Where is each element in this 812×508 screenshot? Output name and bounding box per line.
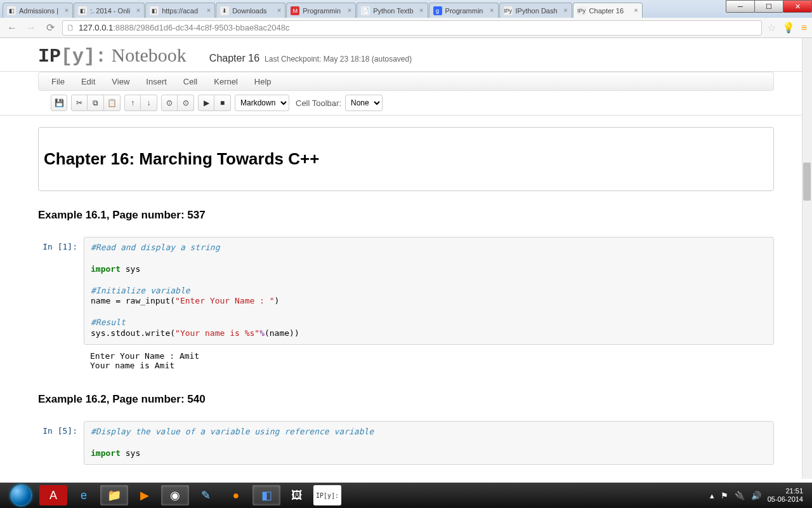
taskbar-adobe-icon[interactable]: A [39, 485, 67, 505]
taskbar-photos-icon[interactable]: 🖼 [283, 485, 311, 505]
close-icon[interactable]: × [277, 6, 281, 14]
input-prompt: In [5]: [38, 421, 84, 465]
code-cell-1[interactable]: In [1]: #Read and display a string impor… [38, 237, 774, 345]
menubar: File Edit View Insert Cell Kernel Help [38, 72, 774, 91]
taskbar-ipython-icon[interactable]: IP[y]: [313, 485, 341, 505]
taskbar-explorer-icon[interactable]: 📁 [100, 485, 128, 505]
toolbar: 💾 ✂ ⧉ 📋 ↑ ↓ ⊙ ⊙ ▶ ■ Markdown Cell Toolba… [0, 91, 812, 116]
scrollbar-thumb[interactable] [803, 163, 811, 201]
favicon-icon: ◧ [7, 6, 16, 15]
page-title: Chapter 16: Marching Towards C++ [44, 149, 768, 169]
browser-tab[interactable]: MProgrammin× [286, 3, 356, 18]
maximize-button[interactable]: ☐ [754, 0, 783, 13]
menu-kernel[interactable]: Kernel [214, 77, 238, 86]
code-cell-2[interactable]: In [5]: #Display the value of a variable… [38, 421, 774, 465]
browser-tab[interactable]: ◧:. 2014 - Onli× [74, 3, 145, 18]
ipython-logo[interactable]: IP[y]: Notebook [38, 44, 187, 67]
close-icon[interactable]: × [207, 6, 211, 14]
menu-view[interactable]: View [112, 77, 129, 86]
checkpoint-text: Last Checkpoint: May 23 18:18 (autosaved… [265, 55, 412, 64]
save-button[interactable]: 💾 [51, 95, 67, 111]
browser-tab[interactable]: ⬇Downloads× [216, 3, 285, 18]
url-input[interactable]: 🗋 127.0.0.1:8888/2986d1d6-dc34-4c8f-9503… [62, 20, 762, 36]
close-icon[interactable]: × [490, 6, 494, 14]
taskbar-app2-icon[interactable]: ◧ [252, 485, 280, 505]
tab-label: :. 2014 - Onli [90, 7, 130, 15]
browser-tab[interactable]: ◧https://acad× [145, 3, 215, 18]
cut-button[interactable]: ✂ [71, 95, 88, 111]
window-controls: ─ ☐ ✕ [726, 0, 812, 13]
tray-arrow-icon[interactable]: ▴ [710, 491, 714, 500]
forward-button[interactable]: → [24, 21, 38, 35]
close-icon[interactable]: × [348, 6, 351, 14]
celltype-select[interactable]: Markdown [235, 95, 289, 111]
menu-file[interactable]: File [51, 77, 65, 86]
bookmark-icon[interactable]: ☆ [767, 22, 776, 34]
close-icon[interactable]: × [634, 6, 638, 14]
paste-button[interactable]: 📋 [104, 95, 121, 111]
menu-edit[interactable]: Edit [81, 77, 95, 86]
close-icon[interactable]: × [136, 6, 140, 14]
taskbar-ie-icon[interactable]: e [70, 485, 98, 505]
tray-volume-icon[interactable]: 🔊 [751, 491, 761, 500]
ipy-icon: IPy [504, 6, 513, 15]
logo-bracket: [y]: [61, 46, 107, 67]
tray-clock[interactable]: 21:51 05-06-2014 [768, 487, 803, 504]
logo-notebook: Notebook [107, 44, 187, 65]
download-icon: ⬇ [220, 6, 229, 15]
menu-cell[interactable]: Cell [183, 77, 197, 86]
chrome-menu-icon[interactable]: ≡ [801, 22, 807, 34]
taskbar-media-icon[interactable]: ▶ [131, 485, 159, 505]
copy-button[interactable]: ⧉ [88, 95, 104, 111]
page-icon: 🗋 [67, 23, 75, 32]
page-icon: 📄 [361, 6, 370, 15]
tray-flag-icon[interactable]: ⚑ [721, 491, 728, 500]
taskbar-firefox-icon[interactable]: ● [222, 485, 250, 505]
windows-orb-icon [10, 485, 32, 506]
title-cell[interactable]: Chapter 16: Marching Towards C++ [38, 127, 774, 191]
bulb-icon[interactable]: 💡 [782, 22, 795, 34]
browser-tab[interactable]: ◧Admissions |× [3, 3, 73, 18]
address-bar: ← → ⟳ 🗋 127.0.0.1:8888/2986d1d6-dc34-4c8… [0, 18, 812, 38]
move-down-button[interactable]: ↓ [141, 95, 157, 111]
code-input[interactable]: #Read and display a string import sys #I… [84, 237, 774, 345]
stop-button[interactable]: ■ [214, 95, 231, 111]
minimize-button[interactable]: ─ [726, 0, 755, 13]
tray-time: 21:51 [768, 487, 803, 495]
favicon-icon: ◧ [78, 6, 87, 15]
reload-button[interactable]: ⟳ [43, 21, 57, 35]
tray-power-icon[interactable]: 🔌 [735, 491, 745, 500]
windows-taskbar: A e 📁 ▶ ◉ ✎ ● ◧ 🖼 IP[y]: ▴ ⚑ 🔌 🔊 21:51 0… [0, 483, 812, 508]
tab-label: Admissions | [19, 7, 58, 15]
insert-below-button[interactable]: ⊙ [178, 95, 194, 111]
browser-tab[interactable]: gProgrammin× [429, 3, 499, 18]
move-up-button[interactable]: ↑ [124, 95, 141, 111]
menu-help[interactable]: Help [254, 77, 272, 86]
gmail-icon: M [291, 6, 299, 15]
system-tray: ▴ ⚑ 🔌 🔊 21:51 05-06-2014 [710, 487, 808, 504]
close-icon[interactable]: × [419, 6, 423, 14]
back-button[interactable]: ← [5, 21, 19, 35]
code-input[interactable]: #Display the value of a variable using r… [84, 421, 774, 465]
close-icon[interactable]: × [65, 6, 69, 14]
menu-insert[interactable]: Insert [146, 77, 167, 86]
start-button[interactable] [4, 483, 38, 508]
close-icon[interactable]: × [563, 6, 567, 14]
url-port: :8888 [113, 23, 134, 32]
notebook-title[interactable]: Chapter 16 [209, 53, 259, 64]
browser-tabstrip: ◧Admissions |× ◧:. 2014 - Onli× ◧https:/… [0, 0, 812, 18]
scrollbar-track[interactable] [802, 38, 812, 479]
browser-tab[interactable]: IPyIPython Dash× [499, 3, 572, 18]
run-button[interactable]: ▶ [198, 95, 214, 111]
tab-label: https://acad [162, 7, 198, 15]
taskbar-app-icon[interactable]: ✎ [192, 485, 219, 505]
logo-ip: IP [38, 46, 61, 67]
browser-tab-active[interactable]: IPyChapter 16× [573, 3, 643, 18]
tab-label: IPython Dash [516, 7, 558, 15]
browser-tab[interactable]: 📄Python Textb× [357, 3, 428, 18]
taskbar-chrome-icon[interactable]: ◉ [161, 485, 189, 505]
close-window-button[interactable]: ✕ [783, 0, 812, 13]
insert-above-button[interactable]: ⊙ [161, 95, 178, 111]
tab-label: Programmin [445, 7, 483, 15]
celltoolbar-select[interactable]: None [345, 95, 383, 111]
